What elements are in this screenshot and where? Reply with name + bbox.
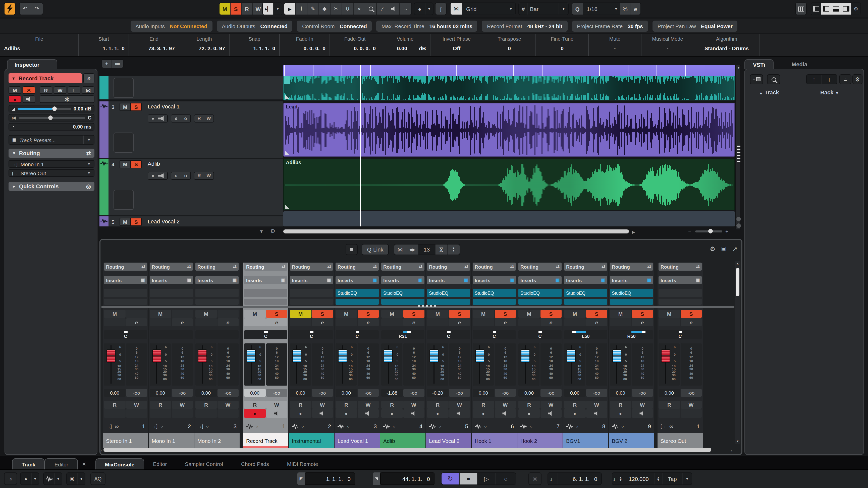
inserts-rack-header[interactable]: Inserts▣ xyxy=(518,276,562,284)
read-button[interactable]: R xyxy=(244,401,266,409)
tab-track[interactable]: Track xyxy=(12,458,45,469)
status-project-frame-rate[interactable]: Project Frame Rate30 fps xyxy=(572,20,648,31)
channel-visibility-button[interactable]: ≡ xyxy=(346,244,358,255)
zoom-out-tracks-button[interactable]: - xyxy=(102,229,104,236)
fader-cap[interactable] xyxy=(247,350,256,362)
channel-edit-button[interactable]: e xyxy=(680,318,702,326)
routing-rack-header[interactable]: Routing⇄ xyxy=(381,263,425,271)
tap-tempo-button[interactable]: Tap xyxy=(662,473,683,485)
insert-slot-2[interactable] xyxy=(564,299,607,305)
redo-button[interactable]: ↷ xyxy=(31,3,43,14)
meter-peak-value[interactable]: -oo xyxy=(495,389,516,397)
pan-control[interactable] xyxy=(195,330,239,339)
fader-track[interactable]: 6051015203000 xyxy=(244,344,265,386)
record-enable-button[interactable]: ● xyxy=(381,409,403,418)
channel-name[interactable]: Instrumental xyxy=(289,433,334,448)
channel-name[interactable]: Stereo Out xyxy=(657,433,703,448)
read-button[interactable]: R xyxy=(473,401,494,409)
track-row[interactable] xyxy=(99,76,283,100)
monitor-button[interactable] xyxy=(266,409,287,418)
channel-mute-button[interactable]: M xyxy=(150,310,171,318)
channel-solo-button[interactable]: S xyxy=(358,310,379,318)
channel-solo-button[interactable]: S xyxy=(540,310,562,318)
inserts-rack-header[interactable]: Inserts▣ xyxy=(195,276,239,284)
read-button[interactable]: R xyxy=(195,401,217,409)
read-button[interactable]: R xyxy=(518,401,540,409)
bank-hourglass-button[interactable]: ⋈ xyxy=(435,245,447,255)
write-button[interactable]: W xyxy=(172,401,193,409)
insert-slot-2[interactable] xyxy=(336,299,379,305)
time-display[interactable]: 6. 1. 1. 0 xyxy=(558,473,601,485)
pan-control[interactable]: R50 xyxy=(610,330,653,339)
channel-name[interactable]: Lead Vocal 1 xyxy=(335,433,380,448)
output-routing-select[interactable]: [→ Stereo Out ▼ xyxy=(8,169,94,177)
right-zone-toggle[interactable] xyxy=(841,3,851,14)
monitor-button[interactable] xyxy=(495,409,516,418)
track-record-enable[interactable]: ● xyxy=(148,115,158,122)
monitor-button[interactable] xyxy=(403,409,425,418)
fader-track[interactable]: 6051015203000 xyxy=(427,344,448,386)
read-button[interactable]: R xyxy=(610,401,631,409)
auto-quantize-button[interactable]: AQ xyxy=(90,473,105,485)
vscroll-handle[interactable] xyxy=(737,145,740,163)
channel-strip-lead-vocal-2[interactable]: Routing⇄Inserts▣StudioEQMSeC605101520300… xyxy=(426,263,471,449)
channel-solo-button[interactable]: S xyxy=(403,310,425,318)
channel-name[interactable]: BGV 2 xyxy=(609,433,654,448)
read-button[interactable]: R xyxy=(564,401,585,409)
audiowarp-quantize-icon[interactable]: % xyxy=(620,3,630,14)
info-algorithm[interactable]: AlgorithmStandard - Drums xyxy=(694,34,760,56)
volume-value[interactable]: -1.88 xyxy=(381,389,403,397)
monitor-button[interactable] xyxy=(586,409,607,418)
left-locator[interactable]: ◤ 1. 1. 1. 0 xyxy=(298,473,355,485)
meter-peak-value[interactable]: -oo xyxy=(217,389,239,397)
meter-peak-value[interactable]: -oo xyxy=(540,389,562,397)
move-up-button[interactable]: ↑ xyxy=(807,75,822,84)
hscroll-right-arrow[interactable]: ▶ xyxy=(632,230,635,234)
global-r-button[interactable]: R xyxy=(242,3,253,14)
routing-section-header[interactable]: ▼ Routing ⇄ xyxy=(8,149,94,158)
mixer-hscroll-right[interactable]: › xyxy=(731,449,733,453)
channel-edit-button[interactable]: e xyxy=(126,318,147,326)
inserts-rack-header[interactable]: Inserts▣ xyxy=(244,276,287,284)
record-enable-button[interactable]: ● xyxy=(427,409,448,418)
insert-slot-1[interactable]: StudioEQ xyxy=(381,289,425,297)
add-track-button[interactable]: + xyxy=(102,60,112,68)
cycle-button[interactable]: ↻ xyxy=(441,473,460,485)
setup-gear-button[interactable]: ⚙ xyxy=(851,3,861,14)
insert-slot-1[interactable] xyxy=(195,289,239,297)
move-down-button[interactable]: ↓ xyxy=(822,75,837,84)
hzoom-plus[interactable]: + xyxy=(725,229,728,234)
bank-prev-next-button[interactable]: ◀▶ xyxy=(406,245,418,255)
channel-edit-button[interactable]: e xyxy=(632,318,653,326)
channel-mute-button[interactable]: M xyxy=(427,310,448,318)
fader-cap[interactable] xyxy=(612,350,621,362)
bank-start-button[interactable]: ⋈ xyxy=(394,245,406,255)
volume-value[interactable]: 0.00 xyxy=(610,389,631,397)
track-read-button[interactable]: R xyxy=(194,115,204,122)
fader-cap[interactable] xyxy=(338,350,347,362)
track-list-gear-icon[interactable]: ⚙ xyxy=(270,228,275,234)
zoom-preset-button2[interactable] xyxy=(736,223,741,228)
rack-fader-divider[interactable] xyxy=(101,306,734,308)
channel-edit-button[interactable]: e xyxy=(358,318,379,326)
midi-rec-dropdown[interactable]: ▼ xyxy=(78,473,85,485)
tab-mixconsole[interactable]: MixConsole xyxy=(95,458,144,469)
fader-track[interactable]: 6051015203000 xyxy=(658,344,680,386)
pan-control[interactable]: C xyxy=(518,330,562,339)
info-mute[interactable]: Mute- xyxy=(589,34,642,56)
snap-icon[interactable]: ⋈ xyxy=(451,3,462,14)
channel-edit-button[interactable]: e xyxy=(217,318,239,326)
freeze-button[interactable]: ∗ xyxy=(40,95,94,103)
track-freeze-button[interactable]: o xyxy=(181,115,190,122)
input-routing-select[interactable]: →] Mono In 1 ▼ xyxy=(8,160,94,168)
write-button[interactable]: W xyxy=(586,401,607,409)
record-enable-button[interactable]: ● xyxy=(8,95,21,103)
meter-peak-value[interactable]: -oo xyxy=(358,389,379,397)
punch-in-button[interactable]: ◉ xyxy=(528,473,541,485)
channel-mute-button[interactable]: M xyxy=(381,310,403,318)
play-button[interactable]: ▷ xyxy=(478,473,496,485)
fader-cap[interactable] xyxy=(152,350,161,362)
channel-strip-hook-1[interactable]: Routing⇄Inserts▣StudioEQMSeC605101520300… xyxy=(472,263,517,449)
pan-control[interactable]: C xyxy=(336,330,379,339)
inserts-rack-header[interactable]: Inserts▣ xyxy=(336,276,379,284)
